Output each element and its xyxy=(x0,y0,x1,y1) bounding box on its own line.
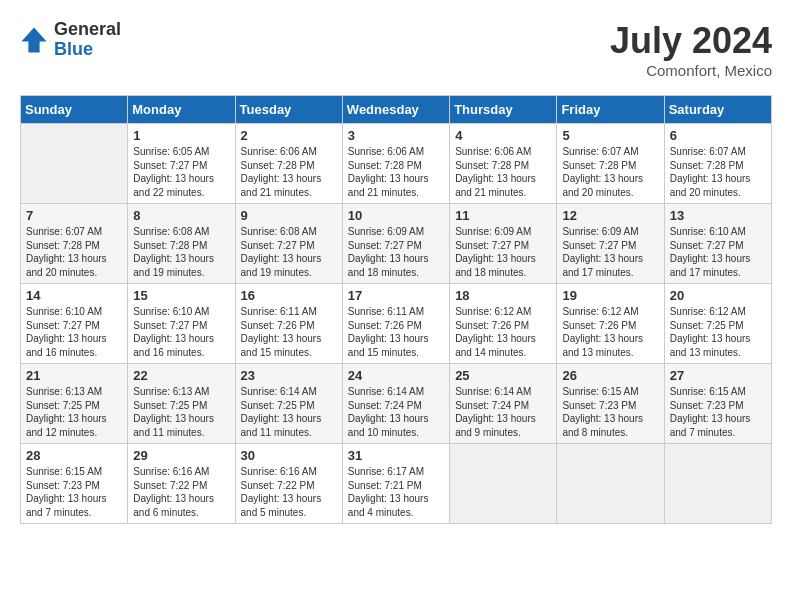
cell-info: Sunrise: 6:12 AMSunset: 7:26 PMDaylight:… xyxy=(562,305,658,359)
day-number: 12 xyxy=(562,208,658,223)
svg-marker-0 xyxy=(21,27,46,52)
calendar-cell: 25Sunrise: 6:14 AMSunset: 7:24 PMDayligh… xyxy=(450,364,557,444)
calendar-cell: 15Sunrise: 6:10 AMSunset: 7:27 PMDayligh… xyxy=(128,284,235,364)
cell-info: Sunrise: 6:06 AMSunset: 7:28 PMDaylight:… xyxy=(455,145,551,199)
cell-info: Sunrise: 6:17 AMSunset: 7:21 PMDaylight:… xyxy=(348,465,444,519)
calendar-cell: 26Sunrise: 6:15 AMSunset: 7:23 PMDayligh… xyxy=(557,364,664,444)
calendar-cell: 12Sunrise: 6:09 AMSunset: 7:27 PMDayligh… xyxy=(557,204,664,284)
cell-info: Sunrise: 6:10 AMSunset: 7:27 PMDaylight:… xyxy=(133,305,229,359)
day-number: 23 xyxy=(241,368,337,383)
weekday-header-tuesday: Tuesday xyxy=(235,96,342,124)
calendar-cell: 5Sunrise: 6:07 AMSunset: 7:28 PMDaylight… xyxy=(557,124,664,204)
calendar-cell: 8Sunrise: 6:08 AMSunset: 7:28 PMDaylight… xyxy=(128,204,235,284)
calendar-cell xyxy=(664,444,771,524)
cell-info: Sunrise: 6:14 AMSunset: 7:25 PMDaylight:… xyxy=(241,385,337,439)
logo-text: General Blue xyxy=(54,20,121,60)
calendar-cell: 20Sunrise: 6:12 AMSunset: 7:25 PMDayligh… xyxy=(664,284,771,364)
day-number: 7 xyxy=(26,208,122,223)
calendar-cell: 11Sunrise: 6:09 AMSunset: 7:27 PMDayligh… xyxy=(450,204,557,284)
cell-info: Sunrise: 6:14 AMSunset: 7:24 PMDaylight:… xyxy=(455,385,551,439)
cell-info: Sunrise: 6:11 AMSunset: 7:26 PMDaylight:… xyxy=(241,305,337,359)
calendar-cell: 18Sunrise: 6:12 AMSunset: 7:26 PMDayligh… xyxy=(450,284,557,364)
calendar-row: 14Sunrise: 6:10 AMSunset: 7:27 PMDayligh… xyxy=(21,284,772,364)
month-title: July 2024 xyxy=(610,20,772,62)
cell-info: Sunrise: 6:10 AMSunset: 7:27 PMDaylight:… xyxy=(26,305,122,359)
location: Comonfort, Mexico xyxy=(610,62,772,79)
cell-info: Sunrise: 6:13 AMSunset: 7:25 PMDaylight:… xyxy=(26,385,122,439)
calendar-cell: 3Sunrise: 6:06 AMSunset: 7:28 PMDaylight… xyxy=(342,124,449,204)
calendar-cell: 1Sunrise: 6:05 AMSunset: 7:27 PMDaylight… xyxy=(128,124,235,204)
cell-info: Sunrise: 6:10 AMSunset: 7:27 PMDaylight:… xyxy=(670,225,766,279)
cell-info: Sunrise: 6:12 AMSunset: 7:26 PMDaylight:… xyxy=(455,305,551,359)
day-number: 29 xyxy=(133,448,229,463)
calendar-cell: 4Sunrise: 6:06 AMSunset: 7:28 PMDaylight… xyxy=(450,124,557,204)
day-number: 14 xyxy=(26,288,122,303)
logo-general-text: General xyxy=(54,20,121,40)
day-number: 2 xyxy=(241,128,337,143)
page-header: General Blue July 2024 Comonfort, Mexico xyxy=(20,20,772,79)
weekday-header-thursday: Thursday xyxy=(450,96,557,124)
calendar-cell: 23Sunrise: 6:14 AMSunset: 7:25 PMDayligh… xyxy=(235,364,342,444)
day-number: 5 xyxy=(562,128,658,143)
cell-info: Sunrise: 6:08 AMSunset: 7:28 PMDaylight:… xyxy=(133,225,229,279)
calendar-row: 28Sunrise: 6:15 AMSunset: 7:23 PMDayligh… xyxy=(21,444,772,524)
day-number: 11 xyxy=(455,208,551,223)
day-number: 25 xyxy=(455,368,551,383)
weekday-header-friday: Friday xyxy=(557,96,664,124)
calendar-cell xyxy=(557,444,664,524)
weekday-header-saturday: Saturday xyxy=(664,96,771,124)
cell-info: Sunrise: 6:09 AMSunset: 7:27 PMDaylight:… xyxy=(455,225,551,279)
weekday-header-monday: Monday xyxy=(128,96,235,124)
cell-info: Sunrise: 6:15 AMSunset: 7:23 PMDaylight:… xyxy=(26,465,122,519)
cell-info: Sunrise: 6:09 AMSunset: 7:27 PMDaylight:… xyxy=(562,225,658,279)
day-number: 26 xyxy=(562,368,658,383)
day-number: 15 xyxy=(133,288,229,303)
cell-info: Sunrise: 6:09 AMSunset: 7:27 PMDaylight:… xyxy=(348,225,444,279)
logo-icon xyxy=(20,26,48,54)
day-number: 24 xyxy=(348,368,444,383)
calendar-cell: 13Sunrise: 6:10 AMSunset: 7:27 PMDayligh… xyxy=(664,204,771,284)
calendar-table: SundayMondayTuesdayWednesdayThursdayFrid… xyxy=(20,95,772,524)
day-number: 1 xyxy=(133,128,229,143)
calendar-cell: 30Sunrise: 6:16 AMSunset: 7:22 PMDayligh… xyxy=(235,444,342,524)
day-number: 3 xyxy=(348,128,444,143)
calendar-row: 7Sunrise: 6:07 AMSunset: 7:28 PMDaylight… xyxy=(21,204,772,284)
logo: General Blue xyxy=(20,20,121,60)
weekday-header-row: SundayMondayTuesdayWednesdayThursdayFrid… xyxy=(21,96,772,124)
title-block: July 2024 Comonfort, Mexico xyxy=(610,20,772,79)
day-number: 17 xyxy=(348,288,444,303)
cell-info: Sunrise: 6:13 AMSunset: 7:25 PMDaylight:… xyxy=(133,385,229,439)
calendar-cell: 6Sunrise: 6:07 AMSunset: 7:28 PMDaylight… xyxy=(664,124,771,204)
cell-info: Sunrise: 6:07 AMSunset: 7:28 PMDaylight:… xyxy=(670,145,766,199)
day-number: 31 xyxy=(348,448,444,463)
day-number: 18 xyxy=(455,288,551,303)
day-number: 19 xyxy=(562,288,658,303)
cell-info: Sunrise: 6:08 AMSunset: 7:27 PMDaylight:… xyxy=(241,225,337,279)
calendar-cell: 27Sunrise: 6:15 AMSunset: 7:23 PMDayligh… xyxy=(664,364,771,444)
calendar-row: 1Sunrise: 6:05 AMSunset: 7:27 PMDaylight… xyxy=(21,124,772,204)
cell-info: Sunrise: 6:11 AMSunset: 7:26 PMDaylight:… xyxy=(348,305,444,359)
calendar-cell: 19Sunrise: 6:12 AMSunset: 7:26 PMDayligh… xyxy=(557,284,664,364)
calendar-cell: 21Sunrise: 6:13 AMSunset: 7:25 PMDayligh… xyxy=(21,364,128,444)
calendar-row: 21Sunrise: 6:13 AMSunset: 7:25 PMDayligh… xyxy=(21,364,772,444)
cell-info: Sunrise: 6:05 AMSunset: 7:27 PMDaylight:… xyxy=(133,145,229,199)
cell-info: Sunrise: 6:07 AMSunset: 7:28 PMDaylight:… xyxy=(562,145,658,199)
cell-info: Sunrise: 6:16 AMSunset: 7:22 PMDaylight:… xyxy=(241,465,337,519)
calendar-cell: 24Sunrise: 6:14 AMSunset: 7:24 PMDayligh… xyxy=(342,364,449,444)
cell-info: Sunrise: 6:06 AMSunset: 7:28 PMDaylight:… xyxy=(241,145,337,199)
weekday-header-sunday: Sunday xyxy=(21,96,128,124)
calendar-cell: 28Sunrise: 6:15 AMSunset: 7:23 PMDayligh… xyxy=(21,444,128,524)
day-number: 8 xyxy=(133,208,229,223)
cell-info: Sunrise: 6:15 AMSunset: 7:23 PMDaylight:… xyxy=(562,385,658,439)
calendar-cell: 17Sunrise: 6:11 AMSunset: 7:26 PMDayligh… xyxy=(342,284,449,364)
day-number: 16 xyxy=(241,288,337,303)
cell-info: Sunrise: 6:14 AMSunset: 7:24 PMDaylight:… xyxy=(348,385,444,439)
cell-info: Sunrise: 6:12 AMSunset: 7:25 PMDaylight:… xyxy=(670,305,766,359)
calendar-cell: 31Sunrise: 6:17 AMSunset: 7:21 PMDayligh… xyxy=(342,444,449,524)
calendar-cell: 2Sunrise: 6:06 AMSunset: 7:28 PMDaylight… xyxy=(235,124,342,204)
calendar-cell: 7Sunrise: 6:07 AMSunset: 7:28 PMDaylight… xyxy=(21,204,128,284)
calendar-cell xyxy=(450,444,557,524)
logo-blue-text: Blue xyxy=(54,40,121,60)
cell-info: Sunrise: 6:07 AMSunset: 7:28 PMDaylight:… xyxy=(26,225,122,279)
cell-info: Sunrise: 6:16 AMSunset: 7:22 PMDaylight:… xyxy=(133,465,229,519)
